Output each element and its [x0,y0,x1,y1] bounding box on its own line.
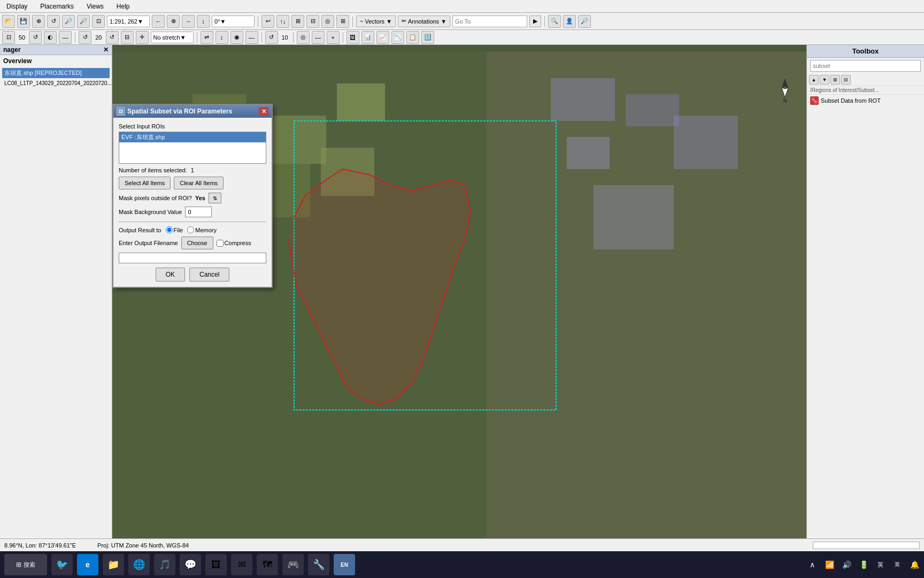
tb2-refresh2[interactable]: ↺ [79,31,91,44]
goto-input[interactable] [452,16,527,27]
menu-placemarks[interactable]: Placemarks [38,2,76,11]
tb2-dial[interactable]: ◎ [297,31,310,44]
cancel-btn[interactable]: Cancel [189,268,229,282]
lang-indicator[interactable]: 英 [875,560,886,570]
nav-btn3[interactable]: → [182,15,195,28]
file-item-2[interactable]: LC08_L1TP_143029_20220704_20220720... [2,79,110,87]
taskbar-app1[interactable]: 🗺 [257,554,278,575]
compress-checkbox[interactable] [217,240,224,247]
tb2-refresh3[interactable]: ↺ [106,31,119,44]
map-btn3[interactable]: ⊞ [291,15,304,28]
battery-icon[interactable]: 🔋 [858,559,869,570]
tools-btn4[interactable]: 🔎 [77,15,90,28]
tb2-img5[interactable]: 📋 [406,31,419,44]
nav-btn4[interactable]: ↕ [197,15,210,28]
map-btn5[interactable]: ◎ [321,15,334,28]
compress-label[interactable]: Compress [217,240,251,247]
open-btn[interactable]: 📂 [2,15,15,28]
taskbar-app2[interactable]: 🎮 [282,554,304,575]
save-btn[interactable]: 💾 [17,15,30,28]
tb2-btn2[interactable]: ◐ [44,31,57,44]
taskbar-app3[interactable]: 🔧 [308,554,329,575]
nav-btn1[interactable]: ← [152,15,165,28]
tools-btn1[interactable]: ⊕ [32,15,45,28]
mask-toggle-btn[interactable]: ⇅ [209,193,221,203]
clear-all-btn[interactable]: Clear All Items [174,177,224,189]
tb2-img6[interactable]: 🔢 [421,31,434,44]
tb2-refresh4[interactable]: ↺ [265,31,278,44]
zoom-btn[interactable]: 🔎 [578,15,591,28]
taskbar-envi[interactable]: EN [334,554,355,575]
taskbar-bird[interactable]: 🐦 [51,554,73,575]
search-btn[interactable]: 🔍 [548,15,561,28]
taskbar-chevron[interactable]: ∧ [807,559,818,570]
panel-title-text: nager [3,46,21,54]
tools-btn2[interactable]: ↺ [47,15,60,28]
tb2-arr[interactable]: ↕ [215,31,228,44]
tb2-minus[interactable]: — [245,31,258,44]
menu-help[interactable]: Help [114,2,132,11]
file-item-1[interactable]: 东坝直.shp [REPROJECTED] [2,68,110,78]
volume-icon[interactable]: 🔊 [841,559,852,570]
taskbar-folder[interactable]: 📁 [103,554,124,575]
toolbox-subset-item[interactable]: Subset Data from ROT [807,95,924,107]
map-btn4[interactable]: ⊟ [306,15,319,28]
notification-icon[interactable]: 🔔 [909,559,920,570]
tb2-minus2[interactable]: — [312,31,325,44]
tb2-select[interactable]: ⊟ [121,31,134,44]
taskbar-globe[interactable]: 🌐 [128,554,150,575]
tb2-img1[interactable]: 🖼 [346,31,359,44]
choose-btn[interactable]: Choose [181,237,213,249]
toolbox-nav-down[interactable]: ▼ [820,75,829,85]
toolbox-search-input[interactable] [810,60,921,72]
tb2-refresh1[interactable]: ↺ [29,31,42,44]
map-btn2[interactable]: ↑↓ [276,15,289,28]
clock[interactable]: 英 [892,559,903,570]
tb2-circ[interactable]: ◉ [230,31,243,44]
map-btn1[interactable]: ↩ [261,15,274,28]
tb2-img3[interactable]: 📈 [376,31,389,44]
tb2-btn1[interactable]: ⊡ [2,31,15,44]
tb2-img4[interactable]: 📉 [391,31,404,44]
stretch-dropdown[interactable]: No stretch▼ [151,32,194,43]
select-all-btn[interactable]: Select All Items [119,177,171,189]
scale-dropdown[interactable]: 1:291, 262▼ [107,16,150,27]
tools-btn5[interactable]: ⊡ [92,15,105,28]
goto-btn[interactable]: ▶ [529,16,541,27]
tools-btn3[interactable]: 🔎 [62,15,75,28]
tb2-plus[interactable]: + [327,31,340,44]
ok-btn[interactable]: OK [156,268,185,282]
panel-close-btn[interactable]: ✕ [103,46,109,54]
start-btn[interactable]: ⊞ 搜索 [4,554,47,575]
tb2-btn3[interactable]: — [59,31,72,44]
roi-listbox[interactable]: EVF :东坝直.shp [119,132,266,164]
menu-views[interactable]: Views [84,2,106,11]
nav-btn2[interactable]: ⊗ [167,15,180,28]
output-file-label[interactable]: File [166,226,183,233]
map-btn6[interactable]: ⊞ [336,15,349,28]
roi-item-1[interactable]: EVF :东坝直.shp [119,132,266,142]
dialog-close-btn[interactable]: ✕ [259,107,268,116]
output-memory-radio[interactable] [187,226,194,233]
toolbox-nav-up[interactable]: ▲ [809,75,819,85]
tb2-img2[interactable]: 📊 [361,31,374,44]
vectors-btn[interactable]: ~ Vectors ▼ [356,16,396,27]
taskbar-photos[interactable]: 🖼 [205,554,227,575]
output-memory-label[interactable]: Memory [187,226,217,233]
tb2-eq[interactable]: ⇌ [201,31,213,44]
rotation-dropdown[interactable]: 0°▼ [212,16,255,27]
tb2-cross[interactable]: ✛ [136,31,149,44]
mask-bg-input[interactable] [185,207,212,217]
annotations-btn[interactable]: ✏ Annotations ▼ [398,16,450,27]
taskbar-music[interactable]: 🎵 [154,554,175,575]
toolbox-expand[interactable]: ⊞ [830,75,840,85]
taskbar-mail[interactable]: ✉ [231,554,252,575]
output-file-radio[interactable] [166,226,173,233]
toolbox-collapse[interactable]: ⊟ [841,75,851,85]
menu-display[interactable]: Display [4,2,29,11]
taskbar-edge[interactable]: e [77,554,98,575]
profile-btn[interactable]: 👤 [563,15,576,28]
filename-input[interactable] [119,253,266,263]
taskbar-wechat[interactable]: 💬 [180,554,201,575]
network-icon[interactable]: 📶 [824,559,835,570]
